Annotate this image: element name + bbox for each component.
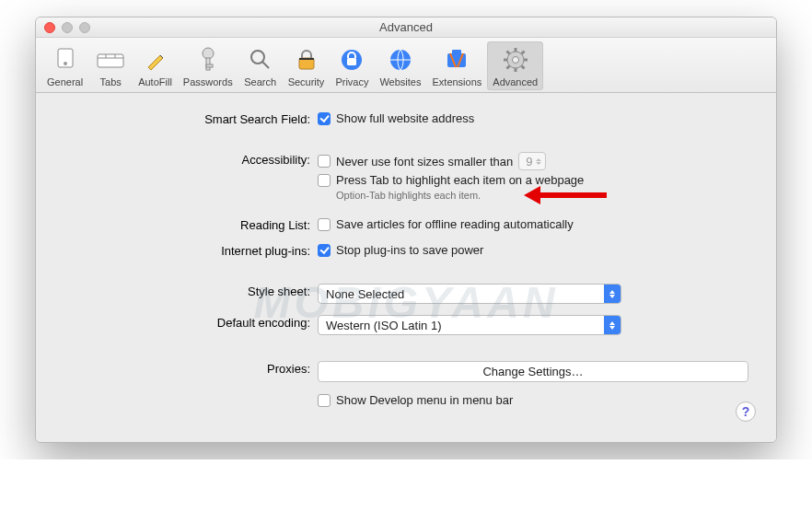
advanced-icon	[499, 45, 532, 75]
svg-rect-2	[98, 54, 123, 67]
toolbar-security-label: Security	[288, 76, 325, 87]
proxies-label: Proxies:	[64, 361, 318, 376]
toolbar-security[interactable]: Security	[283, 41, 331, 90]
passwords-icon	[191, 45, 225, 75]
encoding-value: Western (ISO Latin 1)	[319, 319, 604, 332]
save-offline-label: Save articles for offline reading automa…	[336, 217, 574, 231]
toolbar-general-label: General	[47, 76, 83, 87]
svg-point-3	[203, 48, 214, 59]
annotation-arrow	[524, 187, 607, 203]
save-offline-checkbox[interactable]	[318, 218, 331, 231]
toolbar-search-label: Search	[244, 76, 276, 87]
show-full-address-label: Show full website address	[336, 111, 474, 125]
accessibility-label: Accessibility:	[64, 152, 318, 167]
general-icon	[49, 45, 82, 75]
svg-point-6	[251, 51, 264, 64]
toolbar-tabs-label: Tabs	[100, 76, 122, 87]
never-font-smaller-checkbox[interactable]	[318, 155, 331, 168]
toolbar-search[interactable]: Search	[238, 41, 283, 90]
privacy-icon	[335, 45, 368, 75]
toolbar-privacy[interactable]: Privacy	[330, 41, 374, 90]
never-font-smaller-label: Never use font sizes smaller than	[336, 155, 513, 169]
titlebar: Advanced	[36, 17, 776, 38]
encoding-label: Default encoding:	[64, 315, 318, 330]
svg-line-21	[506, 52, 509, 54]
svg-point-16	[512, 57, 518, 64]
help-button[interactable]: ?	[736, 401, 756, 422]
svg-point-1	[64, 62, 67, 65]
smart-search-label: Smart Search Field:	[64, 111, 318, 126]
content-area: MOBIGYAAN Smart Search Field: Show full …	[36, 93, 776, 442]
chevron-updown-icon	[604, 316, 621, 334]
toolbar-autofill-label: AutoFill	[138, 76, 172, 87]
svg-rect-14	[452, 50, 461, 55]
extensions-icon	[440, 45, 473, 75]
toolbar-autofill[interactable]: AutoFill	[133, 41, 178, 90]
svg-rect-11	[347, 58, 356, 65]
reading-list-label: Reading List:	[64, 217, 318, 232]
autofill-icon	[138, 45, 171, 75]
help-icon: ?	[742, 404, 750, 419]
toolbar-privacy-label: Privacy	[335, 76, 368, 87]
show-full-address-checkbox[interactable]	[318, 112, 331, 125]
stylesheet-value: None Selected	[319, 287, 604, 301]
chevron-updown-icon	[604, 285, 621, 303]
press-tab-label: Press Tab to highlight each item on a we…	[336, 173, 584, 187]
toolbar-extensions-label: Extensions	[432, 76, 481, 87]
press-tab-checkbox[interactable]	[318, 174, 331, 187]
encoding-select[interactable]: Western (ISO Latin 1)	[318, 315, 621, 335]
font-size-value: 9	[526, 155, 532, 169]
svg-line-23	[506, 66, 509, 69]
svg-line-7	[262, 62, 269, 68]
search-icon	[244, 45, 277, 75]
preferences-toolbar: General Tabs AutoFill Passwords Search	[36, 38, 776, 93]
stylesheet-label: Style sheet:	[64, 284, 318, 298]
change-settings-button[interactable]: Change Settings…	[318, 361, 748, 382]
toolbar-passwords[interactable]: Passwords	[178, 41, 238, 90]
toolbar-websites[interactable]: Websites	[374, 41, 426, 90]
svg-rect-9	[299, 58, 314, 60]
stylesheet-select[interactable]: None Selected	[318, 284, 621, 304]
toolbar-websites-label: Websites	[379, 76, 421, 87]
toolbar-advanced-label: Advanced	[493, 76, 538, 87]
svg-line-22	[521, 66, 524, 69]
show-develop-label: Show Develop menu in menu bar	[336, 393, 513, 407]
websites-icon	[384, 45, 417, 75]
security-icon	[290, 45, 323, 75]
show-develop-checkbox[interactable]	[318, 394, 331, 407]
toolbar-advanced[interactable]: Advanced	[487, 41, 543, 90]
stop-plugins-checkbox[interactable]	[318, 244, 331, 257]
svg-rect-5	[206, 64, 213, 67]
toolbar-extensions[interactable]: Extensions	[426, 41, 487, 90]
font-size-stepper[interactable]: 9	[518, 152, 546, 170]
preferences-window: Advanced General Tabs AutoFill Passwords	[35, 17, 777, 443]
window-title: Advanced	[36, 20, 776, 34]
toolbar-tabs[interactable]: Tabs	[88, 41, 133, 90]
toolbar-general[interactable]: General	[41, 41, 88, 90]
toolbar-passwords-label: Passwords	[183, 76, 233, 87]
svg-line-24	[521, 52, 524, 54]
stop-plugins-label: Stop plug-ins to save power	[336, 243, 483, 257]
plugins-label: Internet plug-ins:	[64, 243, 318, 258]
tabs-icon	[94, 45, 127, 75]
